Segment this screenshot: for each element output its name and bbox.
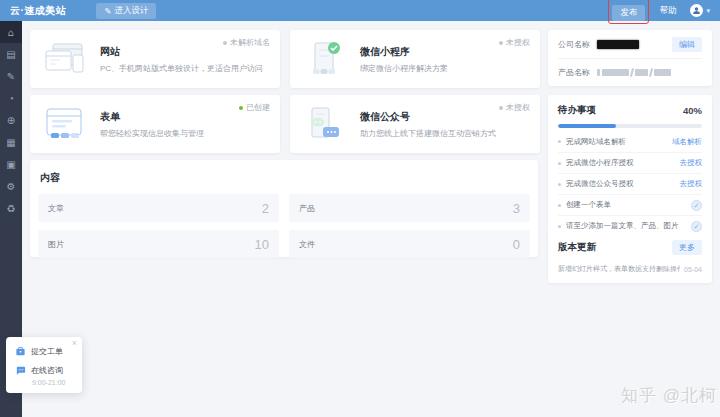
sidebar-item-modules[interactable]: ▦	[0, 131, 22, 153]
status-badge: 已创建	[239, 102, 270, 113]
todo-action-link[interactable]: 去授权	[680, 179, 703, 189]
bullet-icon	[558, 225, 561, 228]
todo-item-official-account: 完成微信公众号授权 去授权	[558, 173, 702, 194]
card-text: 微信公众号 助力您线上线下搭建微信互动营销方式	[360, 110, 496, 139]
status-dot-icon	[239, 106, 243, 110]
stat-value: 0	[513, 237, 520, 252]
content-title: 内容	[40, 171, 530, 185]
website-icon	[42, 39, 88, 79]
enter-design-button[interactable]: ✎ 进入设计	[96, 3, 156, 19]
card-wechat-official[interactable]: 微信公众号 助力您线上线下搭建微信互动营销方式 未授权	[290, 95, 540, 153]
close-icon[interactable]: ×	[72, 339, 77, 348]
product-grid: 网站 PC、手机两站版式单独设计，更适合用户访问 未解析域名	[30, 30, 540, 153]
content-section: 内容 文章 2 产品 3 图片 10 文件 0	[30, 160, 538, 257]
status-label: 未授权	[506, 102, 530, 113]
sidebar-item-recycle[interactable]: ♻	[0, 197, 22, 219]
stat-value: 3	[513, 201, 520, 216]
sidebar-item-home[interactable]: ⌂	[0, 21, 22, 43]
version-row[interactable]: 新增幻灯片样式，表单数据支持删除操作 05-04	[558, 264, 702, 274]
ticket-icon	[15, 346, 26, 357]
version-card: 版本更新 更多 新增幻灯片样式，表单数据支持删除操作 05-04	[548, 232, 712, 283]
stat-products[interactable]: 产品 3	[289, 194, 530, 222]
todo-item-create-form: 创建一个表单 ✓	[558, 194, 702, 215]
status-badge: 未授权	[499, 102, 530, 113]
chat-icon	[15, 365, 26, 376]
todo-percent: 40%	[683, 105, 702, 116]
avatar	[690, 4, 703, 17]
status-dot-icon	[499, 41, 503, 45]
stat-label: 产品	[299, 203, 315, 214]
sidebar-item-pages[interactable]: ▤	[0, 43, 22, 65]
bullet-icon	[558, 140, 561, 143]
sidebar-item-domain[interactable]: ⊕	[0, 109, 22, 131]
chevron-down-icon: ▾	[706, 7, 710, 15]
card-text: 微信小程序 绑定微信小程序解决方案	[360, 45, 448, 74]
todo-action-link[interactable]: 域名解析	[672, 137, 702, 147]
submit-ticket-label: 提交工单	[31, 346, 63, 357]
card-desc: PC、手机两站版式单独设计，更适合用户访问	[100, 63, 263, 74]
card-miniprogram[interactable]: 微信小程序 绑定微信小程序解决方案 未授权	[290, 30, 540, 88]
check-circle-icon: ✓	[691, 200, 702, 211]
main-area: 网站 PC、手机两站版式单独设计，更适合用户访问 未解析域名	[22, 21, 720, 417]
home-icon: ⌂	[8, 27, 14, 38]
todo-title: 待办事项	[558, 104, 596, 117]
product-row-1: 网站 PC、手机两站版式单独设计，更适合用户访问 未解析域名	[30, 30, 540, 88]
todo-progress-track	[558, 124, 702, 128]
company-name-row: 公司名称 编辑	[558, 30, 702, 58]
check-circle-icon: ✓	[691, 221, 702, 232]
version-date: 05-04	[684, 266, 702, 273]
pages-icon: ▤	[6, 49, 15, 60]
pencil-icon: ✎	[104, 6, 111, 16]
modules-icon: ▦	[6, 137, 15, 148]
history-icon: ◔	[8, 93, 14, 104]
stat-label: 图片	[48, 239, 64, 250]
stat-files[interactable]: 文件 0	[289, 230, 530, 258]
submit-ticket-button[interactable]: 提交工单	[15, 346, 73, 357]
sidebar-item-design[interactable]: ✎	[0, 65, 22, 87]
mall-icon: ▣	[6, 159, 15, 170]
stat-value: 2	[262, 201, 269, 216]
bullet-icon	[558, 204, 561, 207]
status-badge: 未授权	[499, 37, 530, 48]
version-header: 版本更新 更多	[558, 240, 702, 255]
todo-item-domain: 完成网站域名解析 域名解析	[558, 131, 702, 152]
support-widget: × 提交工单 在线咨询 9:00-21:00	[6, 337, 82, 393]
sidebar-item-history[interactable]: ◔	[0, 87, 22, 109]
publish-button[interactable]: 发布	[612, 5, 645, 21]
card-form[interactable]: 表单 帮您轻松实现信息收集与管理 已创建	[30, 95, 280, 153]
status-dot-icon	[223, 41, 227, 45]
recycle-icon: ♻	[7, 203, 16, 214]
card-desc: 助力您线上线下搭建微信互动营销方式	[360, 128, 496, 139]
product-row-2: 表单 帮您轻松实现信息收集与管理 已创建	[30, 95, 540, 153]
todo-text: 请至少添加一篇文章、产品、图片	[566, 221, 691, 231]
company-info-card: 公司名称 编辑 产品名称	[548, 30, 712, 86]
sidebar-item-settings[interactable]: ⚙	[0, 175, 22, 197]
todo-text: 创建一个表单	[566, 200, 691, 210]
publish-button-wrap: 发布	[612, 1, 645, 21]
help-link[interactable]: 帮助	[659, 5, 676, 17]
todo-action-link[interactable]: 去授权	[680, 158, 703, 168]
product-name-row: 产品名称	[558, 58, 702, 86]
online-chat-button[interactable]: 在线咨询	[15, 365, 73, 376]
status-label: 已创建	[246, 102, 270, 113]
more-button[interactable]: 更多	[672, 240, 702, 255]
edit-button[interactable]: 编辑	[672, 37, 702, 52]
stat-label: 文章	[48, 203, 64, 214]
stat-label: 文件	[299, 239, 315, 250]
user-menu[interactable]: ▾	[690, 4, 710, 17]
design-icon: ✎	[7, 71, 15, 82]
user-icon	[692, 6, 701, 15]
card-website[interactable]: 网站 PC、手机两站版式单独设计，更适合用户访问 未解析域名	[30, 30, 280, 88]
stat-articles[interactable]: 文章 2	[38, 194, 279, 222]
enter-design-label: 进入设计	[114, 5, 148, 17]
app-logo: 云·速成美站	[10, 4, 66, 18]
card-title: 表单	[100, 110, 204, 124]
card-title: 微信小程序	[360, 45, 448, 59]
todo-list: 完成网站域名解析 域名解析 完成微信小程序授权 去授权 完成微信公众号授权 去授…	[558, 131, 702, 236]
card-desc: 绑定微信小程序解决方案	[360, 63, 448, 74]
stat-images[interactable]: 图片 10	[38, 230, 279, 258]
sidebar-item-mall[interactable]: ▣	[0, 153, 22, 175]
company-name-label: 公司名称	[558, 39, 590, 50]
status-badge: 未解析域名	[223, 37, 270, 48]
todo-text: 完成网站域名解析	[566, 137, 672, 147]
